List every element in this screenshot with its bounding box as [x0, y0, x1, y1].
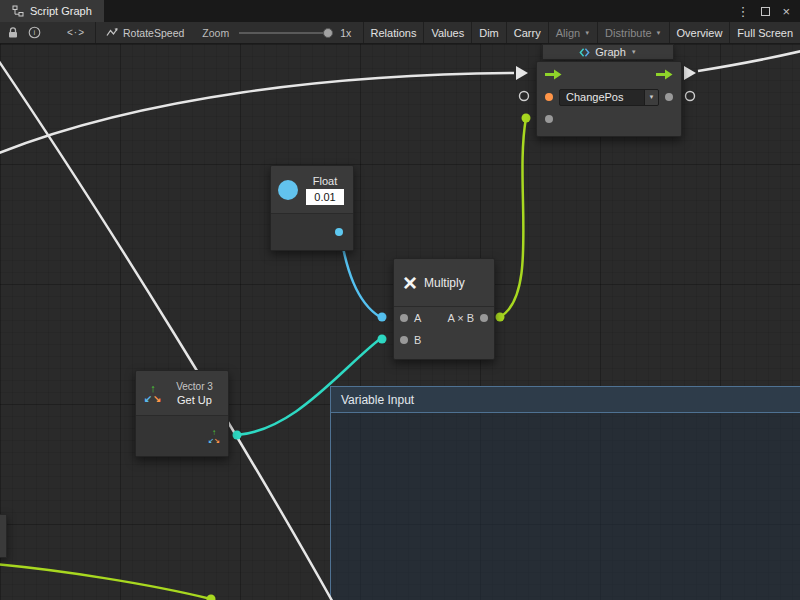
- output-port-icon[interactable]: [480, 314, 488, 322]
- zoom-slider-track: [239, 32, 333, 34]
- distribute-button[interactable]: Distribute ▼: [597, 22, 668, 43]
- title-bar: Script Graph ⋮ ×: [0, 0, 800, 22]
- overview-button[interactable]: Overview: [669, 22, 730, 43]
- flow-row: [537, 62, 681, 86]
- float-type-icon: [278, 180, 298, 200]
- group-title: Variable Input: [341, 393, 414, 407]
- float-node-ports: [271, 214, 353, 250]
- zoom-slider[interactable]: [239, 27, 333, 39]
- float-output-port-icon[interactable]: [335, 228, 343, 236]
- multiply-node-title: Multiply: [424, 276, 465, 290]
- value-port-icon[interactable]: [545, 115, 553, 123]
- multiply-node[interactable]: × Multiply A A × B B: [393, 258, 495, 360]
- float-node-title: Float: [313, 175, 337, 187]
- input-b-label: B: [414, 334, 421, 346]
- chevron-down-icon: ▼: [656, 30, 662, 36]
- kebab-menu-icon[interactable]: ⋮: [736, 4, 749, 19]
- script-graph-icon: [12, 5, 24, 17]
- float-node[interactable]: Float 0.01: [270, 165, 354, 251]
- graph-name: RotateSpeed: [106, 27, 184, 39]
- align-button[interactable]: Align ▼: [548, 22, 597, 43]
- multiply-row-a: A A × B: [394, 307, 494, 329]
- group-header[interactable]: Variable Input: [331, 387, 800, 413]
- values-button[interactable]: Values: [423, 22, 471, 43]
- flow-in-green-arrow-icon[interactable]: [545, 69, 562, 80]
- flow-out-green-arrow-icon[interactable]: [656, 69, 673, 80]
- variable-dropdown[interactable]: ChangePos ▼: [559, 89, 659, 106]
- multiply-icon: ×: [403, 271, 417, 295]
- dim-button[interactable]: Dim: [471, 22, 506, 43]
- code-icon[interactable]: <·>: [67, 27, 85, 38]
- chevron-down-icon[interactable]: ▼: [644, 90, 658, 105]
- script-graph-window: Variable Input: [0, 0, 800, 600]
- relations-button[interactable]: Relations: [363, 22, 424, 43]
- toolbar-divider: [95, 22, 96, 43]
- input-b-port-icon[interactable]: [400, 336, 408, 344]
- chevron-down-icon: ▼: [584, 30, 590, 36]
- graph-toolbar: i <·> RotateSpeed Zoom 1x Relations Valu…: [0, 22, 800, 44]
- flow-graph-icon: [106, 27, 118, 38]
- chevron-down-icon: ▼: [631, 49, 637, 55]
- full-screen-button[interactable]: Full Screen: [729, 22, 800, 43]
- multiply-row-b: B: [394, 329, 494, 351]
- zoom-slider-knob[interactable]: [323, 28, 333, 38]
- vector3-node-ports: ↑ ↙ ↘: [136, 416, 228, 456]
- output-port-icon[interactable]: [665, 93, 673, 101]
- variable-name: ChangePos: [560, 91, 644, 103]
- maximize-icon[interactable]: [761, 7, 770, 16]
- close-icon[interactable]: ×: [782, 4, 790, 19]
- tab-label: Script Graph: [30, 5, 92, 17]
- float-value-input[interactable]: 0.01: [306, 189, 344, 205]
- vector3-icon: ↑ ↙ ↘: [144, 383, 162, 404]
- toolbar-buttons: Relations Values Dim Carry Align ▼ Distr…: [363, 22, 800, 43]
- offscreen-node[interactable]: [0, 514, 7, 558]
- tab-script-graph[interactable]: Script Graph: [0, 0, 104, 22]
- input-a-label: A: [414, 312, 421, 324]
- variable-port-icon[interactable]: [545, 93, 553, 101]
- set-variable-node[interactable]: ChangePos ▼: [536, 61, 682, 137]
- variable-row: ChangePos ▼: [537, 86, 681, 108]
- zoom-value: 1x: [340, 27, 351, 39]
- vector3-type-label: Vector 3: [176, 381, 213, 392]
- vector3-node-title: Get Up: [177, 394, 212, 406]
- multiply-node-header: × Multiply: [394, 259, 494, 307]
- input-a-port-icon[interactable]: [400, 314, 408, 322]
- zoom-label: Zoom: [202, 27, 229, 39]
- vector3-output-port-icon[interactable]: ↑ ↙ ↘: [208, 429, 220, 444]
- carry-button[interactable]: Carry: [506, 22, 548, 43]
- vector3-get-up-node[interactable]: ↑ ↙ ↘ Vector 3 Get Up ↑ ↙ ↘: [135, 370, 229, 457]
- info-icon[interactable]: i: [28, 26, 41, 39]
- graph-breadcrumb-label: Graph: [595, 46, 626, 58]
- group-variable-input[interactable]: Variable Input: [330, 386, 800, 600]
- graph-name-label: RotateSpeed: [123, 27, 184, 39]
- lock-icon[interactable]: [7, 26, 19, 39]
- graph-breadcrumb[interactable]: Graph ▼: [542, 44, 674, 60]
- float-node-header: Float 0.01: [271, 166, 353, 214]
- output-label: A × B: [447, 312, 474, 324]
- vector3-node-header: ↑ ↙ ↘ Vector 3 Get Up: [136, 371, 228, 416]
- svg-text:i: i: [34, 28, 36, 37]
- graph-icon: [579, 47, 590, 58]
- value-row: [537, 108, 681, 130]
